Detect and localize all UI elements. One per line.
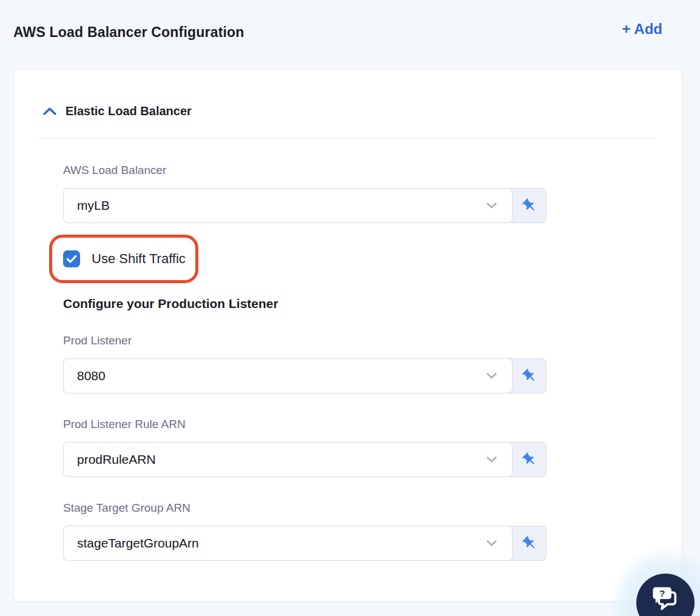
chat-question-icon: ? (650, 584, 681, 614)
page-header: AWS Load Balancer Configuration + Add (0, 0, 700, 41)
field-prod-listener-rule-arn: Prod Listener Rule ARN prodRuleARN (63, 418, 547, 477)
stage-target-group-arn-value: stageTargetGroupArn (77, 536, 199, 551)
prod-listener-rule-arn-input-group: prodRuleARN (63, 442, 547, 477)
chevron-down-icon[interactable] (486, 457, 497, 463)
check-icon (66, 255, 77, 263)
chevron-down-icon[interactable] (486, 540, 497, 546)
chevron-down-icon[interactable] (486, 373, 497, 379)
section-title: Elastic Load Balancer (66, 104, 192, 118)
aws-load-balancer-select[interactable]: myLB (63, 188, 513, 223)
pushpin-icon (522, 452, 537, 467)
prod-listener-label: Prod Listener (63, 334, 547, 347)
section-divider (38, 138, 656, 139)
prod-listener-rule-arn-value: prodRuleARN (77, 452, 156, 467)
prod-listener-rule-arn-select[interactable]: prodRuleARN (63, 442, 513, 477)
use-shift-traffic-option[interactable]: Use Shift Traffic (63, 250, 186, 267)
checkbox-checked[interactable] (63, 250, 80, 267)
field-aws-load-balancer: AWS Load Balancer myLB (63, 164, 547, 223)
prod-listener-input-group: 8080 (63, 358, 547, 393)
pushpin-icon (522, 198, 537, 213)
section-content: AWS Load Balancer myLB (63, 164, 547, 561)
field-stage-target-group-arn: Stage Target Group ARN stageTargetGroupA… (63, 501, 547, 561)
pin-button[interactable] (513, 359, 546, 393)
section-header-elastic-load-balancer[interactable]: Elastic Load Balancer (43, 104, 656, 118)
annotation-red-highlight-box: Use Shift Traffic (49, 235, 198, 283)
chevron-down-icon[interactable] (486, 203, 497, 209)
production-listener-heading: Configure your Production Listener (63, 296, 547, 311)
page-title: AWS Load Balancer Configuration (13, 23, 244, 41)
use-shift-traffic-label: Use Shift Traffic (92, 251, 186, 267)
stage-target-group-arn-select[interactable]: stageTargetGroupArn (63, 526, 513, 561)
stage-target-group-arn-input-group: stageTargetGroupArn (63, 526, 547, 561)
add-button[interactable]: + Add (622, 21, 662, 38)
svg-text:?: ? (659, 588, 665, 598)
stage-target-group-arn-label: Stage Target Group ARN (63, 501, 547, 515)
prod-listener-rule-arn-label: Prod Listener Rule ARN (63, 418, 547, 431)
pin-button[interactable] (513, 189, 546, 223)
pushpin-icon (522, 535, 537, 551)
pin-button[interactable] (513, 443, 546, 477)
load-balancer-config-panel: Elastic Load Balancer AWS Load Balancer … (13, 69, 682, 601)
aws-load-balancer-value: myLB (77, 198, 110, 213)
pin-button[interactable] (513, 526, 546, 560)
prod-listener-value: 8080 (77, 369, 106, 383)
aws-load-balancer-label: AWS Load Balancer (63, 164, 547, 177)
pushpin-icon (522, 368, 537, 384)
field-prod-listener: Prod Listener 8080 (63, 334, 547, 393)
aws-load-balancer-input-group: myLB (63, 188, 547, 223)
prod-listener-select[interactable]: 8080 (63, 358, 513, 393)
chevron-up-icon[interactable] (43, 107, 56, 115)
